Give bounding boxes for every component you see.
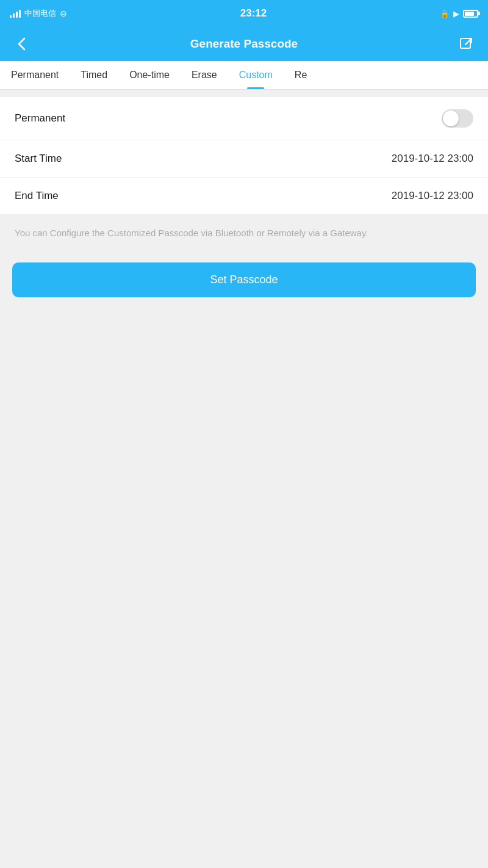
back-button[interactable]: [10, 32, 34, 56]
battery-icon: [463, 10, 478, 18]
toggle-knob: [443, 110, 459, 126]
settings-card: Permanent Start Time 2019-10-12 23:00 En…: [0, 97, 488, 214]
end-time-row[interactable]: End Time 2019-10-12 23:00: [0, 178, 488, 214]
start-time-row[interactable]: Start Time 2019-10-12 23:00: [0, 140, 488, 178]
svg-rect-0: [461, 38, 470, 48]
tab-re[interactable]: Re: [284, 61, 318, 89]
start-time-value: 2019-10-12 23:00: [392, 153, 473, 165]
permanent-toggle[interactable]: [442, 109, 473, 128]
tab-timed[interactable]: Timed: [70, 61, 118, 89]
tab-custom[interactable]: Custom: [228, 61, 284, 89]
carrier-label: 中国电信: [24, 8, 56, 19]
set-passcode-button[interactable]: Set Passcode: [12, 262, 476, 297]
status-bar: 中国电信 ⊜ 23:12 🔒 ▶: [0, 0, 488, 27]
permanent-row: Permanent: [0, 97, 488, 140]
lock-icon: 🔒: [440, 9, 450, 18]
info-text: You can Configure the Customized Passcod…: [0, 214, 488, 253]
location-icon: ▶: [453, 9, 459, 18]
main-content: Permanent Start Time 2019-10-12 23:00 En…: [0, 90, 488, 866]
tab-permanent[interactable]: Permanent: [0, 61, 70, 89]
nav-title: Generate Passcode: [190, 37, 298, 51]
status-right: 🔒 ▶: [440, 9, 478, 18]
permanent-label: Permanent: [15, 112, 65, 125]
start-time-label: Start Time: [15, 153, 62, 165]
end-time-value: 2019-10-12 23:00: [392, 190, 473, 202]
signal-icon: [10, 9, 21, 18]
tab-one-time[interactable]: One-time: [118, 61, 181, 89]
share-button[interactable]: [454, 32, 478, 56]
nav-bar: Generate Passcode: [0, 27, 488, 61]
wifi-icon: ⊜: [60, 9, 67, 18]
tab-erase[interactable]: Erase: [181, 61, 228, 89]
end-time-label: End Time: [15, 190, 59, 202]
tab-bar: Permanent Timed One-time Erase Custom Re: [0, 61, 488, 90]
status-left: 中国电信 ⊜: [10, 8, 67, 19]
status-time: 23:12: [240, 7, 267, 20]
